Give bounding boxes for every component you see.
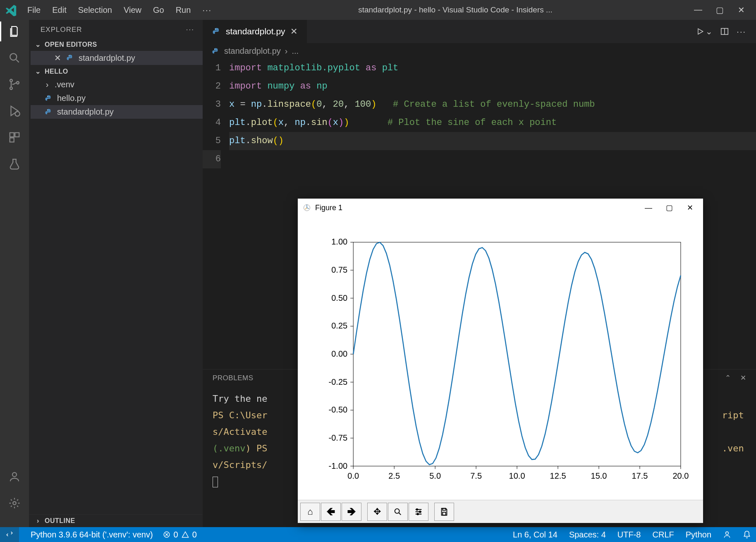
sidebar-title: EXPLORER (41, 26, 82, 34)
search-icon[interactable] (7, 50, 22, 65)
svg-text:1.00: 1.00 (331, 237, 347, 246)
svg-point-1 (10, 79, 12, 82)
svg-text:-1.00: -1.00 (329, 461, 348, 470)
section-outline[interactable]: › OUTLINE (29, 514, 203, 527)
settings-gear-icon[interactable] (7, 496, 22, 511)
extensions-icon[interactable] (7, 130, 22, 145)
explorer-icon[interactable] (7, 24, 22, 39)
panel-maximize-icon[interactable]: ⌃ (725, 374, 731, 382)
menu-file[interactable]: File (22, 3, 46, 17)
svg-point-11 (47, 96, 48, 97)
vscode-logo-icon (5, 4, 17, 16)
svg-point-57 (416, 508, 418, 510)
toolbar-home-icon[interactable]: ⌂ (300, 503, 320, 521)
svg-text:20.0: 20.0 (672, 471, 689, 480)
problems-count[interactable]: 0 0 (163, 530, 197, 540)
run-button[interactable]: ⌄ (696, 26, 713, 36)
figure-minimize-icon[interactable]: — (640, 204, 657, 212)
window-maximize-icon[interactable]: ▢ (715, 5, 725, 15)
toolbar-configure-icon[interactable] (409, 503, 428, 521)
notifications-icon[interactable] (743, 530, 751, 539)
window-minimize-icon[interactable]: — (693, 5, 703, 15)
menu-go[interactable]: Go (147, 3, 170, 17)
toolbar-zoom-icon[interactable] (388, 503, 408, 521)
menu-view[interactable]: View (118, 3, 147, 17)
file-tree: › .venv hello.py standardplot.py (29, 78, 203, 119)
svg-point-8 (12, 472, 17, 477)
tree-label: .venv (55, 80, 74, 89)
svg-point-17 (726, 532, 729, 535)
python-interpreter[interactable]: Python 3.9.6 64-bit ('.venv': venv) (31, 530, 153, 540)
window-title: standardplot.py - hello - Visual Studio … (218, 5, 693, 14)
figure-maximize-icon[interactable]: ▢ (661, 203, 677, 212)
toolbar-pan-icon[interactable]: ✥ (367, 503, 387, 521)
eol[interactable]: CRLF (653, 530, 674, 540)
svg-text:-0.25: -0.25 (329, 377, 348, 386)
tab-label: standardplot.py (226, 26, 285, 36)
breadcrumb-file: standardplot.py (224, 46, 281, 56)
python-file-icon (212, 27, 221, 36)
line-chart: -1.00-0.75-0.50-0.250.000.250.500.751.00… (308, 225, 693, 500)
python-file-icon (211, 47, 220, 56)
tree-file[interactable]: hello.py (31, 91, 203, 105)
sidebar: EXPLORER ··· ⌄ OPEN EDITORS ✕ standardpl… (29, 20, 203, 527)
editor-more-icon[interactable]: ··· (737, 27, 746, 36)
svg-text:0.50: 0.50 (331, 293, 347, 302)
svg-point-4 (15, 111, 19, 116)
figure-titlebar[interactable]: Figure 1 — ▢ ✕ (298, 199, 703, 217)
toolbar-back-icon[interactable]: 🡸 (321, 503, 341, 521)
run-debug-icon[interactable] (7, 103, 22, 118)
figure-toolbar: ⌂ 🡸 🡺 ✥ (298, 500, 703, 523)
source-control-icon[interactable] (7, 77, 22, 92)
section-label: OUTLINE (45, 517, 75, 525)
svg-text:0.75: 0.75 (331, 265, 347, 274)
svg-rect-61 (443, 512, 445, 515)
svg-point-15 (214, 49, 215, 50)
open-editor-item[interactable]: ✕ standardplot.py (31, 51, 203, 65)
panel-tab-problems[interactable]: PROBLEMS (213, 374, 253, 382)
svg-point-2 (10, 87, 12, 89)
editor-tab[interactable]: standardplot.py ✕ (203, 20, 307, 43)
indentation[interactable]: Spaces: 4 (569, 530, 606, 540)
menu-edit[interactable]: Edit (46, 3, 72, 17)
python-file-icon (65, 53, 74, 62)
tab-close-icon[interactable]: ✕ (290, 26, 298, 36)
remote-indicator[interactable] (0, 527, 19, 542)
encoding[interactable]: UTF-8 (617, 530, 641, 540)
figure-app-icon (303, 204, 311, 212)
figure-close-icon[interactable]: ✕ (682, 203, 698, 212)
chevron-right-icon: › (44, 80, 50, 89)
testing-icon[interactable] (7, 156, 22, 171)
svg-rect-5 (10, 133, 14, 137)
svg-point-12 (47, 110, 48, 110)
activity-bar (0, 20, 29, 527)
window-close-icon[interactable]: ✕ (736, 5, 746, 15)
svg-text:2.5: 2.5 (388, 471, 400, 480)
cursor-position[interactable]: Ln 6, Col 14 (513, 530, 557, 540)
svg-rect-19 (353, 242, 681, 466)
toolbar-save-icon[interactable] (434, 503, 454, 521)
menu-more-icon[interactable]: ··· (196, 3, 218, 17)
svg-text:7.5: 7.5 (470, 471, 482, 480)
breadcrumb[interactable]: standardplot.py › ... (203, 43, 756, 59)
tree-label: standardplot.py (57, 107, 114, 117)
svg-rect-60 (443, 508, 445, 510)
accounts-icon[interactable] (7, 469, 22, 484)
chevron-right-icon: › (285, 46, 288, 56)
close-icon[interactable]: ✕ (54, 53, 61, 63)
toolbar-forward-icon[interactable]: 🡺 (342, 503, 361, 521)
menu-selection[interactable]: Selection (72, 3, 118, 17)
section-open-editors[interactable]: ⌄ OPEN EDITORS (29, 38, 203, 51)
tree-folder[interactable]: › .venv (31, 78, 203, 91)
menu-run[interactable]: Run (170, 3, 197, 17)
chevron-down-icon[interactable]: ⌄ (706, 26, 713, 36)
feedback-icon[interactable] (723, 530, 731, 539)
panel-close-icon[interactable]: ✕ (740, 374, 746, 382)
tree-file[interactable]: standardplot.py (31, 105, 203, 119)
svg-text:10.0: 10.0 (509, 471, 525, 480)
open-editor-label: standardplot.py (79, 53, 135, 63)
sidebar-more-icon[interactable]: ··· (186, 26, 194, 34)
section-workspace[interactable]: ⌄ HELLO (29, 65, 203, 78)
language-mode[interactable]: Python (686, 530, 711, 540)
split-editor-icon[interactable] (720, 27, 729, 36)
